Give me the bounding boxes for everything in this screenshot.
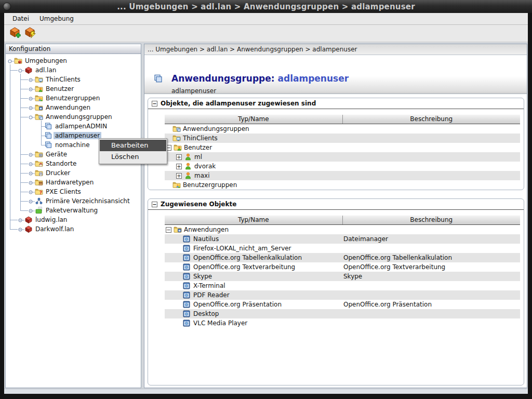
table-row-openoffice-org-tabellenkalkulation[interactable]: OpenOffice.org TabellenkalkulationOpenOf… — [165, 253, 520, 262]
content-panel: ... Umgebungen > adl.lan > Anwendungsgru… — [144, 44, 527, 388]
tree-item-label: Benutzer — [44, 85, 75, 92]
context-menu-item-bearbeiten[interactable]: Bearbeiten — [100, 140, 166, 151]
row-name-label: Anwendungsgruppen — [183, 125, 249, 132]
menu-umgebung[interactable]: Umgebung — [39, 15, 74, 22]
column-header-typ-name[interactable]: Typ/Name — [165, 216, 343, 224]
table-row-pdf-reader[interactable]: PDF Reader — [165, 290, 520, 300]
column-header-typ-name[interactable]: Typ/Name — [165, 115, 343, 124]
window-title: ... Umgebungen > adl.lan > Anwendungsgru… — [0, 2, 532, 11]
table-header-row: Typ/NameBeschreibung — [165, 215, 520, 225]
application-icon — [183, 245, 192, 252]
row-expander-collapsed-icon[interactable]: + — [176, 164, 182, 169]
tree-handle-collapsed-icon[interactable] — [26, 103, 35, 112]
table-row-openoffice-org-pr-sentation[interactable]: OpenOffice.org PräsentationOpenOffice.or… — [165, 300, 520, 309]
row-expander-expanded-icon[interactable]: − — [166, 227, 171, 233]
tree-item-adl-lan[interactable]: adl.lan — [6, 65, 141, 75]
tree-item-umgebungen[interactable]: Umgebungen — [6, 56, 141, 65]
tree-handle-collapsed-icon[interactable] — [26, 85, 35, 93]
tree-item-benutzer[interactable]: Benutzer — [6, 84, 141, 94]
table-row-ml[interactable]: +ml — [165, 152, 520, 162]
application-icon — [183, 273, 192, 280]
table-row-vlc-media-player[interactable]: VLC Media Player — [165, 318, 520, 328]
tree-handle-expanded-icon[interactable] — [16, 66, 24, 74]
column-header-beschreibung[interactable]: Beschreibung — [343, 216, 521, 224]
table-row-maxi[interactable]: +maxi — [165, 171, 520, 180]
table-row-nautilus[interactable]: NautilusDateimanager — [165, 234, 520, 244]
tree-item-ludwig-lan[interactable]: ludwig.lan — [6, 215, 141, 224]
tree-handle-collapsed-icon[interactable] — [26, 197, 35, 205]
tree-handle-collapsed-icon[interactable] — [26, 188, 35, 196]
folder-hardware-icon — [35, 178, 44, 187]
realm-cube-icon — [24, 225, 34, 233]
tree-item-darkwolf-lan[interactable]: Darkwolf.lan — [6, 224, 141, 234]
tree-item-paketverwaltung[interactable]: Paketverwaltung — [6, 206, 141, 215]
tree-item-label: Hardwaretypen — [44, 179, 95, 186]
tree-item-drucker[interactable]: Drucker — [6, 168, 141, 178]
tree-handle-expanded-icon[interactable] — [6, 57, 14, 65]
new-environment-button[interactable] — [9, 26, 23, 41]
cell-typ-name: PDF Reader — [165, 290, 341, 300]
table-row-skype[interactable]: SkypeSkype — [165, 272, 520, 281]
pages-icon — [44, 131, 54, 140]
app-window: ... Umgebungen > adl.lan > Anwendungsgru… — [0, 0, 532, 399]
tree-handle-collapsed-icon[interactable] — [26, 94, 35, 102]
tree-handle-collapsed-icon[interactable] — [26, 75, 35, 84]
tree-handle-collapsed-icon[interactable] — [26, 169, 35, 177]
cell-typ-name: +ml — [165, 152, 341, 162]
tree-handle-collapsed-icon[interactable] — [16, 216, 24, 224]
context-menu-item-l-schen[interactable]: Löschen — [100, 151, 166, 163]
tree-item-thinclients[interactable]: ThinClients — [6, 75, 141, 84]
table-row-desktop[interactable]: Desktop — [165, 309, 520, 318]
main-area: Konfiguration Umgebungenadl.lanThinClien… — [4, 42, 528, 389]
tree-handle-collapsed-icon[interactable] — [16, 225, 24, 233]
cell-typ-name: Benutzergruppen — [165, 180, 341, 190]
row-name-label: X-Terminal — [193, 282, 225, 289]
tree-item-pxe-clients[interactable]: ?PXE Clients — [6, 187, 141, 196]
tree-item-label: Geräte — [44, 151, 69, 158]
table-row-dvorak[interactable]: +dvorak — [165, 162, 520, 171]
cell-beschreibung: Skype — [341, 272, 520, 281]
tree-handle-collapsed-icon[interactable] — [26, 150, 35, 158]
column-header-beschreibung[interactable]: Beschreibung — [343, 115, 521, 124]
sidebar: Konfiguration Umgebungenadl.lanThinClien… — [5, 44, 141, 388]
tree-item-anwendungen[interactable]: Anwendungen — [6, 103, 141, 112]
application-icon — [183, 235, 192, 243]
realm-cube-icon — [24, 216, 34, 224]
row-name-label: Firefox-LOKAL_nicht_am_Server — [193, 245, 291, 252]
row-expander-collapsed-icon[interactable]: + — [176, 173, 182, 179]
person-icon — [184, 153, 193, 161]
row-name-label: Anwendungen — [184, 226, 229, 233]
folder-environments-icon — [14, 57, 23, 65]
cell-typ-name: +maxi — [165, 171, 341, 180]
tree-handle-collapsed-icon[interactable] — [26, 178, 35, 187]
menu-datei[interactable]: Datei — [12, 15, 29, 22]
section-zugewiesene-objekte: −Zugewiesene ObjekteTyp/NameBeschreibung… — [148, 198, 524, 385]
cell-beschreibung — [341, 152, 520, 162]
table-row-anwendungsgruppen[interactable]: Anwendungsgruppen — [165, 124, 520, 134]
titlebar[interactable]: ... Umgebungen > adl.lan > Anwendungsgru… — [0, 0, 532, 13]
tree-item-adlampenadmin[interactable]: adlampenADMIN — [6, 122, 141, 131]
row-name-label: OpenOffice.org Tabellenkalkulation — [193, 254, 302, 261]
table-row-benutzer[interactable]: −Benutzer — [165, 143, 520, 152]
row-expander-collapsed-icon[interactable]: + — [176, 154, 182, 160]
table-row-firefox-lokal-nicht-am-server[interactable]: Firefox-LOKAL_nicht_am_Server — [165, 244, 520, 253]
tree-item-hardwaretypen[interactable]: Hardwaretypen — [6, 178, 141, 187]
application-group-icon — [153, 74, 163, 86]
section-collapse-icon[interactable]: − — [152, 101, 157, 107]
connect-environment-button[interactable] — [24, 26, 38, 41]
table-row-openoffice-org-textverarbeitung[interactable]: OpenOffice.org TextverarbeitungOpenOffic… — [165, 262, 520, 272]
tree-handle-collapsed-icon[interactable] — [26, 159, 35, 168]
application-icon — [183, 301, 192, 308]
tree-item-prim-re-verzeichnisansicht[interactable]: Primäre Verzeichnisansicht — [6, 196, 141, 206]
tree-item-benutzergruppen[interactable]: Benutzergruppen — [6, 94, 141, 103]
table-row-x-terminal[interactable]: X-Terminal — [165, 281, 520, 290]
table-row-thinclients[interactable]: ThinClients — [165, 134, 520, 143]
table-row-benutzergruppen[interactable]: Benutzergruppen — [165, 180, 520, 190]
sidebar-header: Konfiguration — [6, 44, 141, 54]
tree-handle-expanded-icon[interactable] — [26, 113, 35, 121]
tree-item-anwendungsgruppen[interactable]: Anwendungsgruppen — [6, 112, 141, 122]
pages-icon — [44, 141, 54, 149]
section-collapse-icon[interactable]: − — [152, 202, 157, 207]
tree-handle-collapsed-icon[interactable] — [26, 206, 35, 215]
table-row-anwendungen[interactable]: −Anwendungen — [165, 225, 520, 234]
